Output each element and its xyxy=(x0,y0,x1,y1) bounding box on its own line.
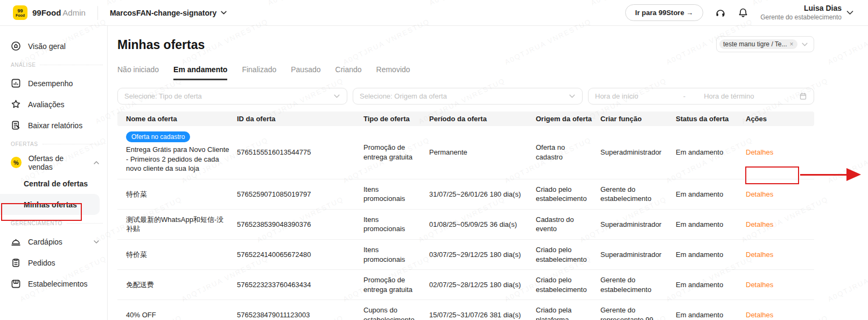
sidebar-item-orders[interactable]: Pedidos xyxy=(0,252,107,273)
sidebar-item-label: Avaliações xyxy=(28,100,64,109)
support-headset-button[interactable] xyxy=(715,8,726,18)
create-role: Superadministrador xyxy=(600,245,676,265)
table-header-row: Nome da oferta ID da oferta Tipo de ofer… xyxy=(117,112,814,126)
chevron-down-icon xyxy=(846,9,854,17)
sidebar-item-label: Desempenho xyxy=(28,79,73,88)
percent-badge-icon: % xyxy=(11,157,22,168)
sidebar-item-label: Pedidos xyxy=(28,259,55,267)
remove-tag-icon[interactable]: × xyxy=(790,40,794,48)
col-actions: Ações xyxy=(746,114,814,124)
offers-table: Nome da oferta ID da oferta Tipo de ofer… xyxy=(117,112,814,320)
offer-period: 15/07/25~31/07/26 381 dia(s) xyxy=(429,305,536,320)
details-link[interactable]: Detalhes xyxy=(746,251,773,259)
details-link[interactable]: Detalhes xyxy=(746,311,773,319)
section-label: OFERTAS xyxy=(11,141,38,147)
bar-chart-icon xyxy=(11,78,21,88)
create-role: Gerente do estabelecimento xyxy=(600,179,676,209)
offer-origin: Criado pela plataforma xyxy=(536,300,600,320)
col-offer-name: Nome da oferta xyxy=(117,114,237,124)
sidebar-item-sales-offers[interactable]: % Ofertas de vendas xyxy=(0,152,107,173)
offer-type-select[interactable]: Selecione: Tipo de oferta xyxy=(117,88,347,105)
sidebar-item-reports[interactable]: Baixar relatórios xyxy=(0,115,107,136)
sidebar-item-my-offers[interactable]: Minhas ofertas xyxy=(0,194,100,215)
offer-status: Em andamento xyxy=(676,305,746,320)
table-row: 免配送费 5765223233760463434 Promoção de ent… xyxy=(117,270,814,300)
details-link[interactable]: Detalhes xyxy=(746,220,773,228)
topbar-divider xyxy=(97,6,98,20)
sidebar-item-reviews[interactable]: Avaliações xyxy=(0,94,107,115)
tab-pausado[interactable]: Pausado xyxy=(291,65,320,80)
offer-origin-select[interactable]: Selecione: Origem da oferta xyxy=(353,88,583,105)
table-row: 特价菜 5765259071085019797 Itens promociona… xyxy=(117,179,814,210)
section-divider xyxy=(43,144,103,144)
table-row: 40% OFF 5765238479011123003 Cupons do es… xyxy=(117,300,814,320)
sidebar-item-offers-central[interactable]: Central de ofertas xyxy=(0,173,107,194)
brand-text: 99FoodAdmin xyxy=(32,8,86,17)
offer-name: 测试最新的WhatsApp和短信-没补贴 xyxy=(117,210,237,239)
clipboard-icon xyxy=(11,258,21,268)
details-link[interactable]: Detalhes xyxy=(746,190,773,198)
main-content: Minhas ofertas teste manu tigre / Te... … xyxy=(108,26,868,320)
page-title: Minhas ofertas xyxy=(117,38,205,52)
date-range-picker[interactable]: Hora de início - Hora de término xyxy=(588,88,814,105)
offer-origin: Cadastro do evento xyxy=(536,210,600,239)
store-filter-select[interactable]: teste manu tigre / Te... × xyxy=(716,36,814,52)
range-separator: - xyxy=(683,92,685,100)
report-document-icon xyxy=(11,120,21,130)
offer-status: Em andamento xyxy=(676,275,746,295)
sidebar-section-offers: OFERTAS xyxy=(0,136,107,152)
offer-id: 5765224140065672480 xyxy=(237,245,363,265)
create-role: Superadministrador xyxy=(600,214,676,235)
sidebar-item-label: Central de ofertas xyxy=(24,179,88,188)
sidebar-item-label: Minhas ofertas xyxy=(24,200,77,209)
details-link[interactable]: Detalhes xyxy=(746,281,773,289)
headset-icon xyxy=(715,8,726,18)
store-selector-label: MarcosFAN-change-signatory xyxy=(110,9,216,17)
sidebar-item-performance[interactable]: Desempenho xyxy=(0,73,107,94)
col-offer-origin: Origem da oferta xyxy=(536,114,600,124)
brand-suffix: Admin xyxy=(62,8,86,17)
tab-criando[interactable]: Criando xyxy=(335,65,362,80)
table-row: Oferta no cadastro Entrega Grátis para N… xyxy=(117,126,814,179)
offer-origin: Criado pelo estabelecimento xyxy=(536,179,600,209)
chevron-down-icon xyxy=(333,93,340,100)
go-to-99store-button[interactable]: Ir para 99Store → xyxy=(625,4,704,21)
percent-glyph: % xyxy=(13,159,19,166)
offer-name: 40% OFF xyxy=(117,305,237,320)
sidebar-item-overview[interactable]: Visão geral xyxy=(0,36,107,57)
chevron-down-icon xyxy=(220,9,227,16)
col-create-role: Criar função xyxy=(600,114,676,124)
offer-id: 5765259071085019797 xyxy=(237,184,363,205)
tab-removido[interactable]: Removido xyxy=(376,65,410,80)
tab-finalizado[interactable]: Finalizado xyxy=(242,65,276,80)
offer-origin: Criado pelo estabelecimento xyxy=(536,240,600,269)
start-time-placeholder: Hora de início xyxy=(595,92,638,100)
tab-nao-iniciado[interactable]: Não iniciado xyxy=(117,65,159,80)
user-menu[interactable]: Luisa Dias Gerente do estabelecimento xyxy=(760,4,854,22)
topbar: 99 Food 99FoodAdmin MarcosFAN-change-sig… xyxy=(0,0,868,26)
star-icon xyxy=(11,99,21,109)
store-selector[interactable]: MarcosFAN-change-signatory xyxy=(110,9,227,17)
details-link[interactable]: Detalhes xyxy=(746,148,773,156)
chevron-down-icon xyxy=(93,239,100,245)
create-role: Superadministrador xyxy=(600,142,676,163)
sidebar-section-analysis: ANÁLISE xyxy=(0,57,107,73)
store-filter-tag: teste manu tigre / Te... × xyxy=(719,39,797,49)
cloche-icon xyxy=(11,236,21,247)
offer-name: Entrega Grátis para Novo Cliente - Prime… xyxy=(126,145,229,173)
tab-em-andamento[interactable]: Em andamento xyxy=(173,65,227,80)
offer-origin: Criado pelo estabelecimento xyxy=(536,270,600,300)
offer-type-placeholder: Selecione: Tipo de oferta xyxy=(124,92,202,100)
section-label: ANÁLISE xyxy=(11,62,36,68)
sidebar-item-establishments[interactable]: Estabelecimentos xyxy=(0,273,107,294)
offer-name: 免配送费 xyxy=(117,275,237,295)
offer-status: Em andamento xyxy=(676,245,746,265)
section-divider xyxy=(40,65,103,65)
offer-origin: Oferta no cadastro xyxy=(536,137,600,167)
end-time-placeholder: Hora de término xyxy=(704,92,754,100)
notifications-button[interactable] xyxy=(738,8,748,18)
offer-period: 03/07/25~29/12/25 180 dia(s) xyxy=(429,245,536,265)
section-label: GERENCIAMENTO xyxy=(11,220,62,226)
storefront-icon xyxy=(11,279,21,289)
sidebar-item-menus[interactable]: Cardápios xyxy=(0,231,107,252)
